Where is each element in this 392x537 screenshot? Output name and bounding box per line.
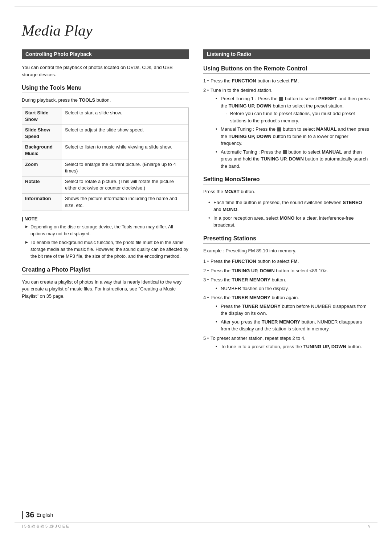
- bottom-text-right: y: [368, 524, 371, 528]
- step-number: 4 •: [203, 294, 209, 301]
- table-cell-desc: Select to adjust the slide show speed.: [62, 125, 189, 142]
- sub-bullet-list: To tune in to a preset station, press th…: [211, 343, 370, 350]
- table-cell-desc: Select to enlarge the current picture. (…: [62, 159, 189, 176]
- footer: 36 English: [22, 510, 53, 520]
- list-item: 1 • Press the FUNCTION button to select …: [203, 77, 370, 85]
- bullet-item: After you press the TUNER MEMORY button,…: [216, 318, 370, 333]
- bullet-item: In a poor reception area, select MONO fo…: [208, 215, 370, 229]
- table-row: Slide Show Speed Select to adjust the sl…: [22, 125, 189, 142]
- bullet-item: Preset Tuning 1 : Press the button to se…: [216, 95, 370, 124]
- note-item: Depending on the disc or storage device,…: [25, 224, 189, 237]
- left-section-header: Controlling Photo Playback: [22, 49, 189, 59]
- remote-control-title: Using Buttons on the Remote Control: [203, 65, 370, 74]
- tools-table: Start Slide Show Select to start a slide…: [22, 107, 189, 211]
- note-item: To enable the background music function,…: [25, 239, 189, 260]
- tools-menu-title: Using the Tools Menu: [22, 85, 189, 93]
- two-column-layout: Controlling Photo Playback You can contr…: [22, 49, 370, 354]
- table-cell-label: Zoom: [22, 159, 62, 176]
- bullet-item: NUMBER flashes on the display.: [216, 285, 370, 292]
- table-cell-desc: Select to rotate a picture. (This will r…: [62, 176, 189, 194]
- mono-stereo-intro: Press the MO/ST button.: [203, 188, 370, 195]
- remote-steps-list: 1 • Press the FUNCTION button to select …: [203, 77, 370, 170]
- note-section: | NOTE Depending on the disc or storage …: [22, 216, 189, 260]
- presetting-title: Presetting Stations: [203, 235, 370, 244]
- photo-playlist-title: Creating a Photo Playlist: [22, 267, 189, 275]
- bottom-text-left: ) 5 & @ & @ 5 ,@ J O E E: [22, 524, 69, 528]
- list-item: 2 • Press the TUNING UP, DOWN button to …: [203, 267, 370, 274]
- bullet-item: Each time the button is pressed, the sou…: [208, 199, 370, 213]
- table-row: Background Music Select to listen to mus…: [22, 142, 189, 159]
- bullet-item: Automatic Tuning : Press the button to s…: [216, 149, 370, 170]
- list-item: 5 • To preset another station, repeat st…: [203, 335, 370, 350]
- sub-bullet-list: NUMBER flashes on the display.: [211, 285, 370, 292]
- step-number: 5 •: [203, 335, 209, 342]
- left-intro: You can control the playback of photos l…: [22, 64, 189, 78]
- mono-stereo-bullets: Each time the button is pressed, the sou…: [203, 199, 370, 229]
- note-list: Depending on the disc or storage device,…: [22, 224, 189, 260]
- tools-menu-intro: During playback, press the TOOLS button.: [22, 97, 189, 104]
- page-title: Media Play: [22, 22, 370, 39]
- table-cell-label: Slide Show Speed: [22, 125, 62, 142]
- square-icon: [279, 97, 283, 101]
- bullet-item: Manual Tuning : Press the button to sele…: [216, 126, 370, 147]
- footer-number: 36: [25, 510, 34, 520]
- list-item: 3 • Press the TUNER MEMORY button. NUMBE…: [203, 276, 370, 292]
- list-item: 4 • Press the TUNER MEMORY button again.…: [203, 294, 370, 333]
- table-row: Zoom Select to enlarge the current pictu…: [22, 159, 189, 176]
- right-column: Listening to Radio Using Buttons on the …: [203, 49, 370, 354]
- step-number: 2 •: [203, 267, 209, 274]
- square-icon: [283, 150, 287, 154]
- table-cell-label: Start Slide Show: [22, 107, 62, 125]
- table-row: Start Slide Show Select to start a slide…: [22, 107, 189, 125]
- bullet-item: To tune in to a preset station, press th…: [216, 343, 370, 350]
- photo-playlist-text: You can create a playlist of photos in a…: [22, 278, 189, 300]
- presetting-example: Example : Presetting FM 89.10 into memor…: [203, 247, 370, 255]
- dash-item: Before you can tune to preset stations, …: [226, 110, 370, 124]
- table-cell-desc: Select to start a slide show.: [62, 107, 189, 125]
- dash-list: Before you can tune to preset stations, …: [221, 110, 370, 124]
- list-item: 2 • Tune in to the desired station. Pres…: [203, 87, 370, 170]
- step-number: 3 •: [203, 276, 209, 284]
- table-cell-label: Background Music: [22, 142, 62, 159]
- step-number: 2 •: [203, 87, 209, 94]
- mono-stereo-title: Setting Mono/Stereo: [203, 176, 370, 184]
- page: Media Play Controlling Photo Playback Yo…: [0, 0, 392, 537]
- table-cell-desc: Select to listen to music while viewing …: [62, 142, 189, 159]
- square-icon: [277, 127, 281, 131]
- list-item: 1 • Press the FUNCTION button to select …: [203, 258, 370, 265]
- table-row: Rotate Select to rotate a picture. (This…: [22, 176, 189, 194]
- footer-bar-icon: [22, 511, 23, 519]
- bottom-line: ) 5 & @ & @ 5 ,@ J O E E y: [22, 524, 370, 528]
- table-row: Information Shows the picture informatio…: [22, 194, 189, 211]
- sub-bullet-list: Press the TUNER MEMORY button before NUM…: [211, 303, 370, 333]
- note-label: | NOTE: [22, 216, 189, 221]
- footer-language: English: [36, 512, 53, 518]
- step-number: 1 •: [203, 258, 209, 265]
- table-cell-label: Information: [22, 194, 62, 211]
- right-section-header: Listening to Radio: [203, 49, 370, 59]
- bullet-item: Press the TUNER MEMORY button before NUM…: [216, 303, 370, 317]
- table-cell-desc: Shows the picture information including …: [62, 194, 189, 211]
- presetting-steps-list: 1 • Press the FUNCTION button to select …: [203, 258, 370, 350]
- sub-bullet-list: Preset Tuning 1 : Press the button to se…: [211, 95, 370, 170]
- left-column: Controlling Photo Playback You can contr…: [22, 49, 189, 354]
- step-number: 1 •: [203, 77, 209, 85]
- table-cell-label: Rotate: [22, 176, 62, 194]
